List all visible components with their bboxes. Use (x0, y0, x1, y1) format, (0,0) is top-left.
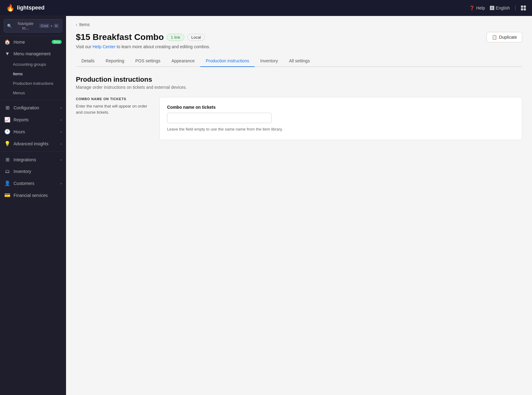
tab-appearance[interactable]: Appearance (166, 55, 200, 67)
navigate-to-button[interactable]: 🔍 Navigate to... Cmd + K (4, 19, 62, 33)
sidebar-item-home[interactable]: 🏠 Home Beta (0, 36, 66, 48)
home-icon: 🏠 (4, 39, 10, 45)
sidebar-divider-2 (0, 151, 66, 152)
sidebar-item-configuration[interactable]: ⊞ Configuration › (0, 102, 66, 114)
reports-icon: 📈 (4, 117, 10, 123)
help-center-link[interactable]: Help Center (92, 44, 115, 49)
configuration-label: Configuration (14, 105, 57, 110)
lang-icon: 🅰 (490, 6, 494, 10)
chevron-right-icon: › (61, 106, 62, 110)
topbar-right: ❓ Help 🅰 English | (469, 5, 526, 11)
sidebar-item-items[interactable]: Items (9, 69, 66, 79)
breadcrumb-label: Items (79, 22, 90, 27)
configuration-icon: ⊞ (4, 105, 10, 111)
help-button[interactable]: ❓ Help (469, 6, 485, 10)
topbar-left: 🔥 lightspeed (6, 4, 45, 12)
page-header: $15 Breakfast Combo 1 link Local 📋 Dupli… (76, 32, 522, 42)
content-area: ‹ Items $15 Breakfast Combo 1 link Local… (66, 16, 532, 146)
advanced-insights-icon: 💡 (4, 141, 10, 147)
tab-pos-settings[interactable]: POS settings (130, 55, 166, 67)
hours-label: Hours (14, 129, 57, 134)
language-selector[interactable]: 🅰 English (490, 6, 510, 10)
reports-label: Reports (14, 117, 57, 122)
sidebar-item-customers[interactable]: 👤 Customers › (0, 177, 66, 189)
duplicate-button[interactable]: 📋 Duplicate (487, 32, 522, 42)
page-title-row: $15 Breakfast Combo 1 link Local (76, 32, 205, 42)
sidebar-item-advanced-insights[interactable]: 💡 Advanced insights › (0, 138, 66, 150)
local-badge: Local (187, 34, 205, 41)
breadcrumb[interactable]: ‹ Items (76, 22, 522, 27)
chevron-right-icon-3: › (61, 130, 62, 134)
kbd-plus: + (50, 24, 53, 28)
inventory-label: Inventory (14, 169, 62, 174)
duplicate-icon: 📋 (492, 35, 497, 40)
sidebar-item-menu-management[interactable]: ▼ Menu management (0, 48, 66, 60)
financial-services-icon: 💳 (4, 192, 10, 198)
navigate-label: Navigate to... (14, 21, 37, 30)
sidebar-item-menus[interactable]: Menus (9, 88, 66, 98)
home-label: Home (14, 40, 47, 45)
tabs-bar: Details Reporting POS settings Appearanc… (76, 55, 522, 67)
help-icon: ❓ (469, 6, 475, 10)
section-title: Production instructions (76, 76, 522, 84)
sidebar-item-hours[interactable]: 🕐 Hours › (0, 126, 66, 138)
integrations-icon: ⊞ (4, 157, 10, 162)
integrations-label: Integrations (14, 157, 57, 162)
apps-button[interactable] (521, 6, 526, 10)
prod-left-column: COMBO NAME ON TICKETS Enter the name tha… (76, 97, 150, 115)
customers-icon: 👤 (4, 180, 10, 186)
combo-name-input[interactable] (167, 113, 272, 123)
lang-label: English (496, 6, 510, 10)
subtitle-pre: Visit our (76, 44, 92, 49)
hours-icon: 🕐 (4, 129, 10, 135)
combo-name-label: Combo name on tickets (167, 105, 514, 110)
tab-all-settings[interactable]: All settings (284, 55, 315, 67)
sidebar-item-integrations[interactable]: ⊞ Integrations › (0, 154, 66, 166)
sidebar-item-inventory[interactable]: 🗂 Inventory (0, 166, 66, 177)
sidebar-search: 🔍 Navigate to... Cmd + K (0, 16, 66, 36)
prod-section-desc: Enter the name that will appear on order… (76, 103, 150, 115)
subtitle-post: to learn more about creating and editing… (115, 44, 210, 49)
tab-production-instructions[interactable]: Production instructions (200, 55, 255, 67)
apps-grid-icon (521, 6, 526, 10)
sidebar-item-financial-services[interactable]: 💳 Financial services (0, 189, 66, 201)
logo-text: lightspeed (17, 5, 45, 11)
sidebar-item-accounting-groups[interactable]: Accounting groups (9, 60, 66, 69)
sidebar: 🔍 Navigate to... Cmd + K 🏠 Home Beta ▼ M… (0, 16, 66, 395)
help-label: Help (476, 6, 485, 10)
keyboard-shortcut: Cmd + K (39, 24, 59, 28)
section-subtitle: Manage order instructions on tickets and… (76, 85, 522, 90)
production-layout: COMBO NAME ON TICKETS Enter the name tha… (76, 97, 522, 140)
chevron-right-icon-2: › (61, 118, 62, 122)
financial-services-label: Financial services (14, 193, 62, 198)
sidebar-item-reports[interactable]: 📈 Reports › (0, 114, 66, 126)
search-icon: 🔍 (7, 24, 12, 28)
chevron-right-icon-5: › (61, 158, 62, 162)
duplicate-label: Duplicate (499, 35, 517, 40)
page-subtitle: Visit our Help Center to learn more abou… (76, 44, 522, 49)
advanced-insights-label: Advanced insights (14, 141, 57, 146)
breadcrumb-arrow-icon: ‹ (76, 22, 77, 27)
beta-badge: Beta (52, 40, 62, 44)
inventory-icon: 🗂 (4, 169, 10, 174)
prod-card: Combo name on tickets Leave the field em… (159, 97, 522, 140)
main-content: ‹ Items $15 Breakfast Combo 1 link Local… (66, 16, 532, 395)
topbar-divider: | (515, 5, 516, 11)
chevron-right-icon-4: › (61, 142, 62, 146)
sidebar-divider-1 (0, 100, 66, 100)
menu-management-subnav: Accounting groups Items Production instr… (9, 60, 66, 98)
tab-details[interactable]: Details (76, 55, 100, 67)
link-badge[interactable]: 1 link (167, 34, 184, 41)
layout: 🔍 Navigate to... Cmd + K 🏠 Home Beta ▼ M… (0, 16, 532, 395)
tab-inventory[interactable]: Inventory (255, 55, 284, 67)
sidebar-item-production-instructions[interactable]: Production instructions (9, 79, 66, 88)
kbd-cmd: Cmd (39, 24, 49, 28)
page-title: $15 Breakfast Combo (76, 32, 164, 42)
kbd-k: K (54, 24, 59, 28)
tab-reporting[interactable]: Reporting (100, 55, 130, 67)
customers-label: Customers (14, 181, 57, 186)
prod-section-label: COMBO NAME ON TICKETS (76, 97, 150, 101)
chevron-right-icon-6: › (61, 182, 62, 185)
logo-flame-icon: 🔥 (6, 4, 14, 12)
menu-management-label: Menu management (14, 51, 62, 56)
